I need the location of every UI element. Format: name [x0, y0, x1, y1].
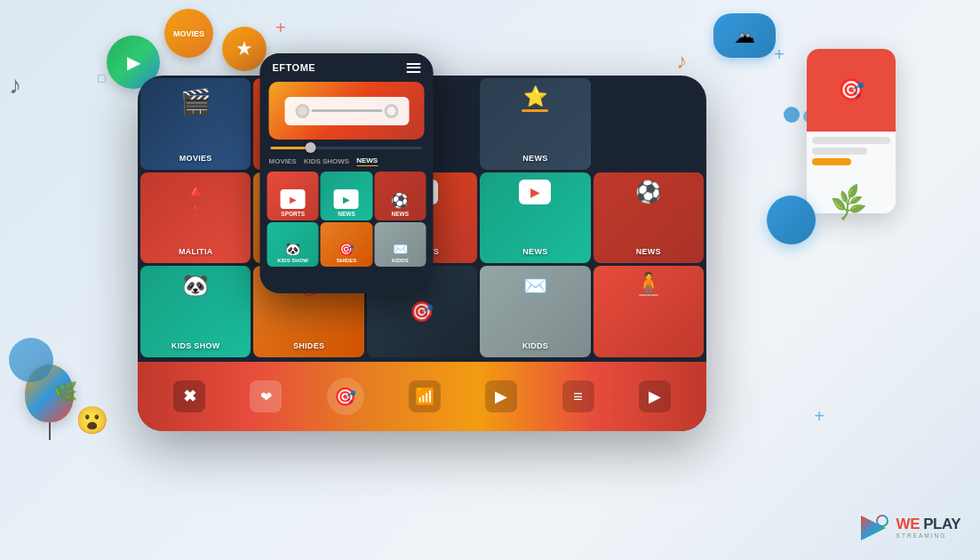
bottom-icon-target[interactable]: 🎯	[327, 378, 364, 415]
music-note-decoration: ♪	[9, 71, 21, 100]
plus-decoration-4: □	[98, 71, 105, 85]
brand-logo: WE PLAY STREAMING	[857, 512, 960, 544]
cloud-decoration: ☁ 👓	[713, 13, 776, 58]
bottom-icon-wifi[interactable]: 📶	[409, 380, 441, 412]
phone-nav-news[interactable]: NEWS	[356, 156, 378, 166]
phone-tile-grid: ▶ SPORTS ▶ NEWS ⚽ NEWS 🐼 KIDS SHOW 🎯 SHI…	[260, 170, 434, 268]
tile-figure[interactable]: 🧍	[594, 266, 704, 357]
tile-right-1	[594, 78, 704, 170]
tile-news-mid[interactable]: ▶ NEWS	[480, 172, 590, 264]
bottom-icon-menu[interactable]: ≡	[562, 380, 594, 412]
star-circle-decoration: ★	[222, 27, 267, 71]
movies-badge: MOVIES	[164, 9, 213, 58]
logo-brand-name: WE PLAY	[896, 516, 960, 533]
phone-tile-kidds[interactable]: ✉️ KIDDS	[374, 222, 426, 267]
phone-nav-kids[interactable]: KIDS SHOWS	[304, 157, 350, 165]
plus-decoration-2: +	[275, 18, 286, 38]
tile-movies-1-label: MOVIES	[179, 154, 212, 163]
bottom-icon-play[interactable]: ▶	[485, 380, 517, 412]
phone-tile-news[interactable]: ▶ NEWS	[321, 172, 372, 220]
tile-movies-1[interactable]: 🎬 MOVIES	[140, 78, 251, 170]
logo-play: PLAY	[923, 516, 960, 532]
blue-balloon-right	[767, 196, 816, 244]
tile-kidds[interactable]: ✉️ KIDDS	[480, 266, 590, 357]
phone-tile-news-2[interactable]: ⚽ NEWS	[374, 172, 426, 220]
tile-kids-show-label: KIDS SHOW	[171, 341, 220, 350]
tile-kidds-label: KIDDS	[522, 341, 549, 350]
phone-tile-sports[interactable]: ▶ SPORTS	[267, 172, 319, 220]
tile-malitia-label: MALITIA	[179, 247, 213, 256]
phone-app-title: EFTOME	[273, 62, 316, 73]
tile-news-top[interactable]: ⭐ NEWS	[480, 78, 590, 170]
bottom-nav-bar: ✖ ❤ 🎯 📶 ▶ ≡ ▶	[138, 362, 706, 431]
svg-point-1	[877, 516, 888, 526]
tile-news-mid-label: NEWS	[522, 247, 547, 256]
phone-mockup: EFTOME MOVIES KIDS SHOWS NEWS ▶	[260, 53, 434, 293]
phone-tile-shides[interactable]: 🎯 SHIDES	[321, 222, 372, 267]
tile-kids-show[interactable]: 🐼 KIDS SHOW	[140, 266, 251, 357]
cassette-graphic	[269, 82, 425, 140]
music-icon-right: ♪	[676, 49, 687, 74]
bottom-icon-play-2[interactable]: ▶	[639, 380, 671, 412]
plus-decoration-3: +	[814, 406, 825, 427]
phone-tile-kidsshow[interactable]: 🐼 KIDS SHOW	[267, 222, 319, 267]
tile-slides-label: SHIDES	[293, 341, 324, 350]
tile-news-right[interactable]: ⚽ NEWS	[594, 172, 704, 264]
emoji-decoration-left: 😮	[76, 404, 108, 436]
logo-tagline: STREAMING	[896, 533, 960, 540]
logo-icon	[857, 512, 889, 544]
phone-header: EFTOME	[260, 53, 434, 78]
tile-news-right-label: NEWS	[636, 247, 661, 256]
phone-nav-movies[interactable]: MOVIES	[269, 157, 297, 165]
hamburger-menu[interactable]	[407, 63, 421, 73]
logo-we: WE	[896, 516, 924, 532]
phone-nav-tabs: MOVIES KIDS SHOWS NEWS	[260, 151, 434, 170]
flower-decoration-left: 🌿	[53, 381, 77, 404]
plus-decoration-1: +	[774, 44, 785, 65]
tile-malitia[interactable]: 🔺 🔺 MALITIA	[140, 172, 251, 264]
progress-slider[interactable]	[260, 143, 434, 151]
logo-text-block: WE PLAY STREAMING	[896, 516, 960, 539]
bottom-icon-x[interactable]: ✖	[173, 380, 205, 412]
bottom-icon-heart[interactable]: ❤	[250, 380, 282, 412]
circle-left-bottom	[9, 338, 53, 382]
svg-marker-0	[861, 516, 886, 540]
tile-news-top-label: NEWS	[522, 154, 547, 163]
